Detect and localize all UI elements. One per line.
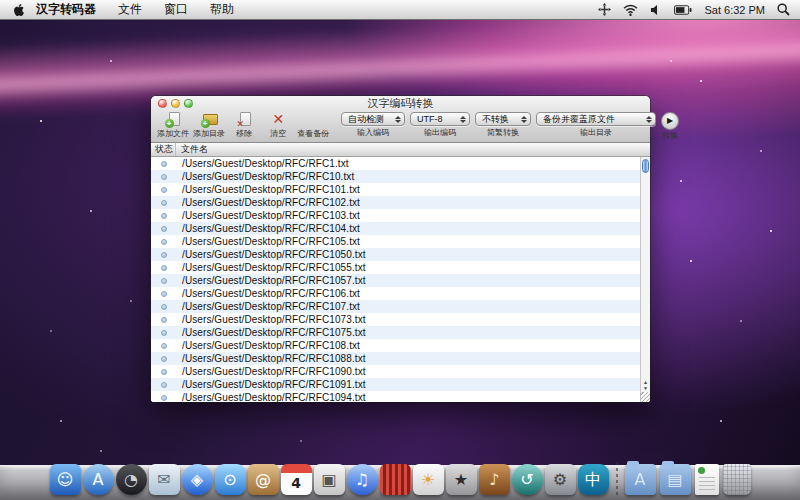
menubar-menu[interactable]: 帮助 (210, 1, 234, 18)
add-folder-button[interactable]: 添加目录 (191, 112, 227, 139)
mail-icon[interactable]: ✉ (149, 464, 180, 495)
idvd-icon[interactable] (380, 464, 411, 495)
table-row[interactable]: /Users/Guest/Desktop/RFC/RFC102.txt (151, 196, 650, 209)
add-folder-icon (201, 112, 218, 128)
remove-button[interactable]: 移除 (227, 112, 261, 139)
status-dot-icon (161, 330, 167, 336)
iphoto-icon[interactable]: ☀ (413, 464, 444, 495)
window-chrome: 汉字编码转换 添加文件添加目录移除清空查看备份 自动检测输入编码UTF-8输出编… (151, 96, 650, 143)
status-dot-icon (161, 304, 167, 310)
table-row[interactable]: /Users/Guest/Desktop/RFC/RFC1057.txt (151, 274, 650, 287)
title-bar[interactable]: 汉字编码转换 (151, 96, 650, 111)
vertical-scrollbar[interactable]: ▲ ▼ (640, 157, 650, 402)
app-store-icon[interactable]: A (83, 464, 114, 495)
table-row[interactable]: /Users/Guest/Desktop/RFC/RFC1075.txt (151, 326, 650, 339)
address-book-icon[interactable]: @ (248, 464, 279, 495)
table-row[interactable]: /Users/Guest/Desktop/RFC/RFC10.txt (151, 170, 650, 183)
table-row[interactable]: /Users/Guest/Desktop/RFC/RFC108.txt (151, 339, 650, 352)
table-row[interactable]: /Users/Guest/Desktop/RFC/RFC105.txt (151, 235, 650, 248)
table-row[interactable]: /Users/Guest/Desktop/RFC/RFC1073.txt (151, 313, 650, 326)
view-backup-label: 查看备份 (297, 128, 329, 139)
convert-group: ▶ 转换 (661, 112, 679, 141)
menubar-menu[interactable]: 窗口 (164, 1, 188, 18)
system-preferences-icon[interactable]: ⚙ (545, 464, 576, 495)
simp-trad-conversion-label: 简繁转换 (487, 127, 519, 138)
volume-icon[interactable] (650, 4, 662, 16)
safari-icon[interactable]: ◈ (182, 464, 213, 495)
table-row[interactable]: /Users/Guest/Desktop/RFC/RFC1088.txt (151, 352, 650, 365)
dock-apps: ☺A◔✉◈⊙@4▣♫☀★♪↺⚙中 (50, 464, 609, 495)
four-way-arrows-icon[interactable] (598, 3, 611, 16)
zoom-button[interactable] (184, 99, 193, 108)
table-row[interactable]: /Users/Guest/Desktop/RFC/RFC1094.txt (151, 391, 650, 402)
resize-grip[interactable] (640, 392, 650, 402)
simp-trad-conversion-popup[interactable]: 不转换 (475, 112, 531, 126)
table-row[interactable]: /Users/Guest/Desktop/RFC/RFC1050.txt (151, 248, 650, 261)
table-row[interactable]: /Users/Guest/Desktop/RFC/RFC104.txt (151, 222, 650, 235)
status-cell (151, 161, 176, 167)
status-cell (151, 395, 176, 401)
wifi-icon[interactable] (623, 4, 638, 16)
toolbar-popups: 自动检测输入编码UTF-8输出编码不转换简繁转换备份并覆盖原文件输出目录 (341, 112, 661, 138)
hanzi-converter-icon[interactable]: 中 (578, 464, 609, 495)
popup-value: 不转换 (482, 113, 517, 126)
battery-icon[interactable] (674, 5, 692, 15)
menu-clock[interactable]: Sat 6:32 PM (704, 4, 765, 16)
dashboard-icon[interactable]: ◔ (116, 464, 147, 495)
table-row[interactable]: /Users/Guest/Desktop/RFC/RFC1090.txt (151, 365, 650, 378)
status-cell (151, 187, 176, 193)
menubar-menu[interactable]: 文件 (118, 1, 142, 18)
status-cell (151, 343, 176, 349)
close-button[interactable] (158, 99, 167, 108)
status-dot-icon (161, 356, 167, 362)
documents-folder-icon[interactable]: ▤ (660, 464, 691, 495)
status-cell (151, 213, 176, 219)
garageband-icon[interactable]: ♪ (479, 464, 510, 495)
input-encoding-popup[interactable]: 自动检测 (341, 112, 405, 126)
popup-arrows-icon (520, 116, 528, 123)
column-header-status[interactable]: 状态 (151, 143, 176, 156)
file-path: /Users/Guest/Desktop/RFC/RFC1.txt (182, 158, 349, 169)
trash-icon[interactable] (723, 464, 751, 495)
status-cell (151, 239, 176, 245)
table-row[interactable]: /Users/Guest/Desktop/RFC/RFC101.txt (151, 183, 650, 196)
time-machine-icon[interactable]: ↺ (512, 464, 543, 495)
file-path: /Users/Guest/Desktop/RFC/RFC1075.txt (182, 327, 366, 338)
table-row[interactable]: /Users/Guest/Desktop/RFC/RFC1091.txt (151, 378, 650, 391)
table-row[interactable]: /Users/Guest/Desktop/RFC/RFC1055.txt (151, 261, 650, 274)
convert-button[interactable]: ▶ (661, 112, 679, 130)
popup-arrows-icon (645, 116, 653, 123)
table-row[interactable]: /Users/Guest/Desktop/RFC/RFC107.txt (151, 300, 650, 313)
status-dot-icon (161, 252, 167, 258)
menubar-menu[interactable]: 汉字转码器 (36, 1, 96, 18)
output-encoding-popup[interactable]: UTF-8 (410, 112, 470, 126)
view-backup-button[interactable]: 查看备份 (295, 112, 331, 139)
output-directory-popup[interactable]: 备份并覆盖原文件 (536, 112, 656, 126)
file-path: /Users/Guest/Desktop/RFC/RFC1055.txt (182, 262, 366, 273)
finder-icon[interactable]: ☺ (50, 464, 81, 495)
photo-booth-icon[interactable]: ▣ (314, 464, 345, 495)
status-cell (151, 356, 176, 362)
ichat-icon[interactable]: ⊙ (215, 464, 246, 495)
status-cell (151, 369, 176, 375)
clear-button[interactable]: 清空 (261, 112, 295, 139)
applications-folder-icon[interactable]: A (625, 464, 656, 495)
imovie-icon[interactable]: ★ (446, 464, 477, 495)
minimize-button[interactable] (171, 99, 180, 108)
status-cell (151, 226, 176, 232)
column-header-filename[interactable]: 文件名 (176, 143, 650, 156)
apple-menu[interactable] (0, 3, 36, 17)
scrollbar-thumb[interactable] (642, 159, 649, 173)
scroll-down-arrow-icon[interactable]: ▼ (641, 385, 650, 391)
status-dot-icon (161, 265, 167, 271)
table-row[interactable]: /Users/Guest/Desktop/RFC/RFC106.txt (151, 287, 650, 300)
document-file-icon[interactable] (695, 464, 719, 495)
dock-extras: A▤ (625, 464, 751, 495)
itunes-icon[interactable]: ♫ (347, 464, 378, 495)
input-encoding-group: 自动检测输入编码 (341, 112, 405, 138)
ical-icon[interactable]: 4 (281, 464, 312, 495)
spotlight-icon[interactable] (777, 3, 790, 16)
table-row[interactable]: /Users/Guest/Desktop/RFC/RFC1.txt (151, 157, 650, 170)
table-row[interactable]: /Users/Guest/Desktop/RFC/RFC103.txt (151, 209, 650, 222)
add-file-button[interactable]: 添加文件 (155, 112, 191, 139)
